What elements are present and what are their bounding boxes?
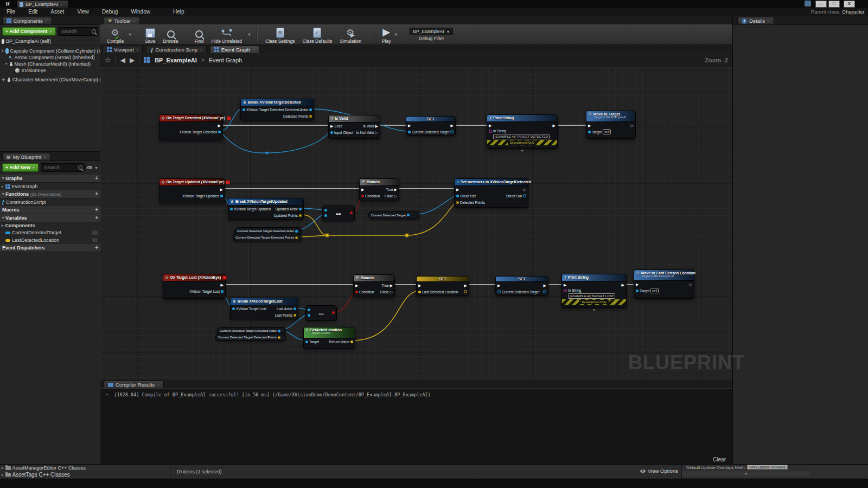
add-dispatcher-icon[interactable]: + <box>95 245 98 251</box>
exec-out-pin[interactable]: ▶ <box>218 124 221 127</box>
debug-object-select[interactable]: BP_ExampleAI▼ <box>410 28 453 35</box>
play-button[interactable]: ▶ Play <box>382 25 391 44</box>
compile-options-chevron-icon[interactable]: ▼ <box>128 33 132 36</box>
dispatchers-section-header[interactable]: Event Dispatchers+ <box>0 244 100 252</box>
self-value-box[interactable]: self <box>650 288 659 293</box>
struct-ref-in-pin[interactable] <box>456 195 459 197</box>
class-defaults-button[interactable]: ✓ Class Defaults <box>302 25 332 44</box>
node-print-string-detected[interactable]: ƒPrint String ▶▶ In String [EXAMPLE AI] … <box>487 114 558 149</box>
component-row-xvisioneye[interactable]: XVisionEye <box>0 67 100 74</box>
variable-row-currentdetectedtarget[interactable]: CurrentDetectedTarget <box>0 229 100 236</box>
exec-in-pin[interactable]: ▶ <box>330 124 333 128</box>
object-out-pin[interactable] <box>295 230 298 233</box>
menu-asset[interactable]: Asset <box>44 9 71 15</box>
expand-caret-icon[interactable]: ▸ <box>2 184 4 189</box>
delegate-box-icon[interactable] <box>227 116 231 120</box>
object-out-pin[interactable] <box>543 290 546 293</box>
points-out-pin[interactable] <box>299 214 302 217</box>
node-move-to-last-sensed-location[interactable]: ◇Move to Last Sensed LocationTarget is B… <box>634 269 694 299</box>
add-graph-icon[interactable]: + <box>95 176 98 181</box>
expand-caret-icon[interactable]: ▸ <box>2 473 4 477</box>
exec-in-pin[interactable]: ▶ <box>588 124 591 127</box>
true-exec-out-pin[interactable]: ▶ <box>394 188 397 191</box>
node-getactorlocation[interactable]: ƒGetActorLocationTarget is Actor TargetR… <box>303 327 355 349</box>
node-equals-2[interactable]: == <box>322 206 355 221</box>
exec-out-pin[interactable]: ▶ <box>220 188 223 191</box>
components-search[interactable] <box>58 27 98 36</box>
window-tab[interactable]: BP_ExampleAI × <box>16 0 69 8</box>
add-new-button[interactable]: + Add New ▼ <box>2 163 39 172</box>
exec-out-pin[interactable]: ▷ <box>690 282 692 286</box>
bool-out-pin[interactable] <box>332 311 335 314</box>
menu-file[interactable]: File <box>0 9 22 15</box>
component-row-charmove[interactable]: ✛ Character Movement (CharMoveComp) (Inh… <box>0 76 100 83</box>
object-in-pin[interactable] <box>330 131 333 134</box>
struct-in-pin[interactable] <box>230 208 233 210</box>
exec-in-pin[interactable]: ▶ <box>408 124 411 127</box>
components-tab[interactable]: Components× <box>2 17 52 24</box>
points-out-pin[interactable] <box>293 314 296 317</box>
node-is-valid[interactable]: ?Is Valid ▶ExecIs Valid▶ Input ObjectIs … <box>328 115 380 139</box>
exec-out-pin[interactable]: ▶ <box>544 284 546 287</box>
close-button[interactable]: X <box>844 1 855 8</box>
compiler-log-line[interactable]: • [1828.84] Compile of BP_ExampleAI succ… <box>106 392 431 397</box>
expand-caret-icon[interactable]: ▾ <box>2 49 4 53</box>
menu-help[interactable]: Help <box>167 9 191 15</box>
vector-out-pin[interactable] <box>464 290 467 293</box>
parent-class-link[interactable]: Character <box>842 9 865 15</box>
node-get-current-detected-target[interactable]: Current Detected Target <box>368 211 419 219</box>
tab-close-icon[interactable]: × <box>61 2 63 7</box>
node-set-last-detected-location[interactable]: SET ▶▶ Last Detected Location <box>416 276 469 296</box>
blueprint-search[interactable] <box>41 163 85 172</box>
compiler-results-tab[interactable]: Compiler Results× <box>104 381 164 388</box>
string-value-box[interactable]: [EXAMPLE AI] TARGET DETECTED <box>493 134 550 139</box>
breadcrumb-graph[interactable]: Event Graph <box>209 57 242 63</box>
exec-in-pin[interactable]: ▶ <box>497 284 500 287</box>
components-search-input[interactable] <box>60 28 92 35</box>
struct-in-pin[interactable] <box>232 307 235 310</box>
exec-out-pin[interactable]: ▷ <box>631 124 634 127</box>
construction-script-tab[interactable]: ƒ Construction Scrip× <box>146 46 206 53</box>
exec-in-pin[interactable]: ▶ <box>355 284 358 287</box>
points-out-pin[interactable] <box>278 336 280 339</box>
object-in-pin[interactable] <box>408 131 411 133</box>
constructionscript-item[interactable]: ƒ ConstructionScript <box>0 198 100 206</box>
eventgraph-item[interactable]: ▸ EventGraph <box>0 183 100 190</box>
component-row-mesh[interactable]: ▾ Mesh (CharacterMesh0) (Inherited) <box>0 61 100 67</box>
object-out-pin[interactable] <box>293 307 296 310</box>
visibility-filter-icon[interactable] <box>87 166 92 169</box>
exec-in-pin[interactable]: ▶ <box>456 188 459 191</box>
variable-row-lastdetectedlocation[interactable]: LastDetectedLocation <box>0 236 100 244</box>
find-button[interactable]: Find <box>195 25 204 44</box>
object-out-pin[interactable] <box>221 290 224 293</box>
delegate-box-icon[interactable] <box>226 180 230 184</box>
object-out-pin[interactable] <box>220 195 223 197</box>
object-out-pin[interactable] <box>309 108 312 111</box>
object-out-pin[interactable] <box>278 330 280 332</box>
node-set-members-xvisiontargetdetected[interactable]: ≡Set members in XVisionTargetDetected ▶▷… <box>454 178 528 208</box>
nav-forward-icon[interactable]: ▶ <box>130 56 135 64</box>
play-options-chevron-icon[interactable]: ▼ <box>394 33 398 36</box>
vector-in-pin[interactable] <box>418 291 421 293</box>
exec-out-pin[interactable]: ▶ <box>221 283 224 287</box>
simulation-button[interactable]: ⚙▶ Simulation <box>340 25 361 44</box>
menu-edit[interactable]: Edit <box>22 9 44 15</box>
toolbar-tab[interactable]: ⚒ Toolbar× <box>104 17 140 24</box>
exec-out-pin[interactable]: ▶ <box>464 284 467 287</box>
exec-out-pin[interactable]: ▷ <box>375 131 378 134</box>
maximize-button[interactable]: □ <box>828 1 840 8</box>
expand-caret-icon[interactable]: ▸ <box>2 223 4 228</box>
target-in-pin[interactable] <box>636 290 639 292</box>
object-in-pin[interactable] <box>324 209 327 211</box>
blueprint-search-input[interactable] <box>43 164 78 171</box>
tab-close-icon[interactable]: × <box>45 18 48 23</box>
component-row-arrow[interactable]: ↖ Arrow Component (Arrow) (Inherited) <box>0 54 100 61</box>
false-exec-out-pin[interactable]: ▷ <box>394 194 397 198</box>
add-function-icon[interactable]: + <box>95 191 98 197</box>
true-exec-out-pin[interactable]: ▶ <box>390 284 393 287</box>
exec-out-pin[interactable]: ▶ <box>553 124 556 127</box>
node-get-current-detected-target-points[interactable]: Current Detected Target Detected Points <box>233 234 302 241</box>
struct-in-pin[interactable] <box>242 108 245 111</box>
node-on-target-updated[interactable]: ◇On Target Updated (XVisionEye) ▶ XVisio… <box>159 178 225 203</box>
string-in-pin[interactable] <box>489 130 492 133</box>
